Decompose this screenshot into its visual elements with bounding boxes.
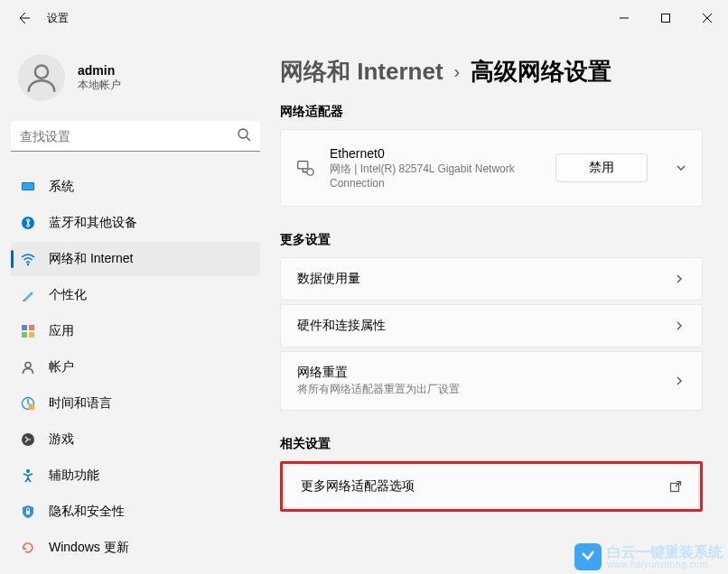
sidebar-item-label: 系统 — [49, 179, 74, 195]
bluetooth-icon — [20, 215, 36, 231]
svg-point-6 — [27, 264, 29, 265]
minimize-button[interactable] — [603, 0, 645, 36]
watermark: 白云一键重装系统 www.baiyunxitong.com — [574, 543, 723, 570]
close-button[interactable] — [686, 0, 728, 36]
disable-button[interactable]: 禁用 — [555, 153, 648, 182]
svg-rect-17 — [298, 162, 308, 169]
sidebar-item-label: 游戏 — [49, 431, 74, 448]
section-related-title: 相关设置 — [280, 436, 703, 452]
sidebar-item-system[interactable]: 系统 — [11, 170, 260, 204]
row-title: 数据使用量 — [297, 271, 646, 287]
back-button[interactable] — [13, 7, 34, 29]
adapter-desc: 网络 | Intel(R) 82574L Gigabit Network Con… — [330, 162, 541, 190]
shield-icon — [20, 504, 36, 520]
sidebar-item-label: 个性化 — [49, 287, 87, 303]
sidebar-item-label: 蓝牙和其他设备 — [49, 215, 137, 231]
chevron-right-icon — [673, 273, 686, 285]
sidebar-item-accessibility[interactable]: 辅助功能 — [11, 458, 260, 493]
svg-rect-8 — [29, 325, 34, 330]
hw-props-row[interactable]: 硬件和连接属性 — [281, 305, 702, 347]
sidebar-item-personalization[interactable]: 个性化 — [11, 278, 260, 312]
sidebar-item-label: 隐私和安全性 — [49, 504, 125, 520]
watermark-main: 白云一键重装系统 — [607, 545, 723, 560]
row-title: 硬件和连接属性 — [297, 318, 646, 334]
row-title: 网络重置 — [297, 365, 646, 381]
svg-point-13 — [29, 404, 35, 411]
arrow-left-icon — [16, 11, 31, 25]
breadcrumb-parent[interactable]: 网络和 Internet — [280, 56, 443, 88]
apps-icon — [20, 323, 36, 339]
sidebar-item-time-language[interactable]: 时间和语言 — [11, 386, 260, 421]
adapter-name: Ethernet0 — [330, 146, 541, 161]
search-icon[interactable] — [237, 127, 251, 145]
search-box — [11, 121, 260, 152]
sidebar-items: 系统 蓝牙和其他设备 网络和 Internet — [11, 170, 260, 565]
chevron-right-icon — [673, 375, 686, 387]
row-text: 硬件和连接属性 — [297, 318, 646, 334]
row-title: 更多网络适配器选项 — [301, 478, 655, 495]
data-usage-card: 数据使用量 — [280, 257, 703, 301]
minimize-icon — [620, 14, 629, 23]
content: admin 本地帐户 系统 — [0, 36, 728, 574]
watermark-sub: www.baiyunxitong.com — [607, 560, 723, 569]
sidebar-item-gaming[interactable]: 游戏 — [11, 422, 260, 457]
system-icon — [20, 179, 36, 195]
gaming-icon — [20, 431, 36, 448]
sidebar-item-label: 应用 — [49, 323, 74, 339]
section-more: 更多设置 数据使用量 硬件和连接属性 — [280, 232, 703, 411]
search-input[interactable] — [11, 121, 260, 152]
maximize-button[interactable] — [645, 0, 686, 36]
more-adapters-card: 更多网络适配器选项 — [284, 465, 699, 508]
clock-globe-icon — [20, 395, 36, 412]
sidebar-item-windows-update[interactable]: Windows 更新 — [11, 531, 260, 565]
settings-window: 设置 admin 本地帐户 — [0, 0, 728, 574]
ethernet-icon — [295, 157, 315, 179]
sidebar-item-bluetooth[interactable]: 蓝牙和其他设备 — [11, 206, 260, 240]
row-text: 更多网络适配器选项 — [301, 478, 655, 495]
net-reset-row[interactable]: 网络重置 将所有网络适配器重置为出厂设置 — [281, 352, 702, 410]
main-content: 网络和 Internet › 高级网络设置 网络适配器 Ethernet0 网络… — [271, 36, 728, 574]
sidebar-item-privacy[interactable]: 隐私和安全性 — [11, 495, 260, 529]
net-reset-card: 网络重置 将所有网络适配器重置为出厂设置 — [280, 351, 703, 411]
titlebar: 设置 — [0, 0, 728, 36]
svg-point-1 — [35, 66, 48, 79]
chevron-right-icon — [673, 319, 686, 332]
adapter-row-ethernet[interactable]: Ethernet0 网络 | Intel(R) 82574L Gigabit N… — [281, 130, 702, 206]
close-icon — [703, 14, 712, 23]
adapter-card: Ethernet0 网络 | Intel(R) 82574L Gigabit N… — [280, 129, 703, 207]
svg-point-18 — [307, 169, 313, 175]
sidebar-item-label: 辅助功能 — [49, 468, 99, 484]
hw-props-card: 硬件和连接属性 — [280, 304, 703, 347]
accessibility-icon — [20, 468, 36, 484]
sidebar-item-label: 网络和 Internet — [49, 251, 133, 267]
profile-block[interactable]: admin 本地帐户 — [11, 47, 260, 121]
update-icon — [20, 540, 36, 556]
profile-sub: 本地帐户 — [78, 78, 121, 93]
highlight-box: 更多网络适配器选项 — [280, 461, 703, 512]
svg-rect-7 — [22, 325, 27, 330]
row-text: 数据使用量 — [297, 271, 646, 287]
sidebar-item-network[interactable]: 网络和 Internet — [11, 242, 260, 276]
svg-point-2 — [238, 129, 247, 138]
breadcrumb-separator: › — [454, 61, 461, 82]
section-more-title: 更多设置 — [280, 232, 703, 248]
sidebar-item-accounts[interactable]: 帐户 — [11, 350, 260, 384]
brush-icon — [20, 287, 36, 303]
svg-rect-10 — [29, 332, 34, 338]
more-adapters-row[interactable]: 更多网络适配器选项 — [285, 466, 698, 507]
sidebar-item-apps[interactable]: 应用 — [11, 314, 260, 348]
sidebar: admin 本地帐户 系统 — [0, 36, 271, 574]
data-usage-row[interactable]: 数据使用量 — [281, 258, 702, 300]
profile-name: admin — [78, 63, 121, 78]
profile-text: admin 本地帐户 — [78, 63, 121, 93]
svg-rect-4 — [23, 183, 33, 190]
adapter-text: Ethernet0 网络 | Intel(R) 82574L Gigabit N… — [330, 146, 541, 190]
svg-rect-16 — [26, 511, 30, 514]
external-link-icon — [669, 480, 682, 493]
watermark-text: 白云一键重装系统 www.baiyunxitong.com — [607, 545, 723, 569]
sidebar-item-label: 帐户 — [49, 359, 74, 375]
chevron-down-icon[interactable] — [675, 162, 687, 174]
section-adapters-title: 网络适配器 — [280, 104, 703, 120]
person-icon — [24, 60, 59, 95]
page-title: 高级网络设置 — [471, 56, 611, 88]
